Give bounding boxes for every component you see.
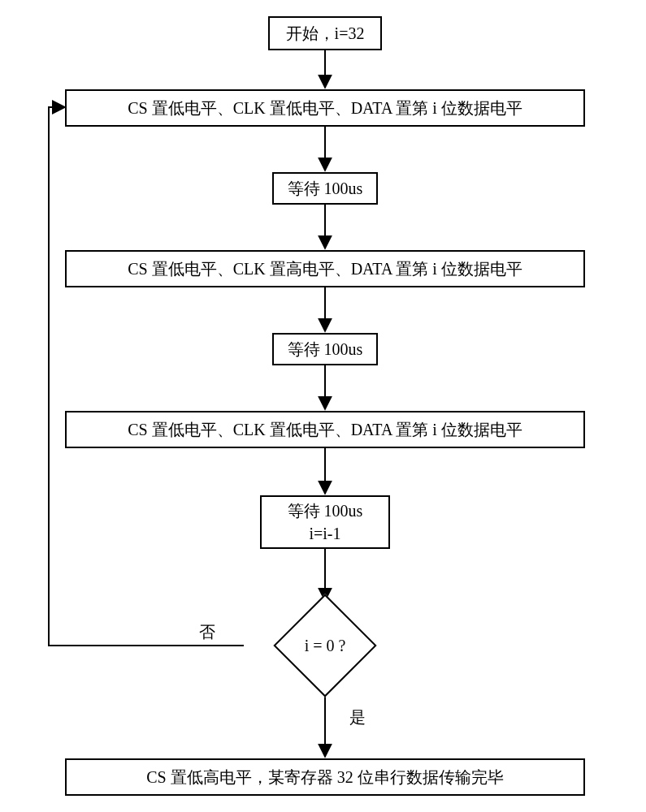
node-end-label: CS 置低高电平，某寄存器 32 位串行数据传输完毕 bbox=[146, 766, 503, 788]
node-start-label: 开始，i=32 bbox=[286, 22, 365, 45]
node-step3: CS 置低电平、CLK 置低电平、DATA 置第 i 位数据电平 bbox=[65, 411, 585, 448]
node-wait1-label: 等待 100us bbox=[288, 177, 363, 200]
node-end: CS 置低高电平，某寄存器 32 位串行数据传输完毕 bbox=[65, 758, 585, 796]
node-wait3-label: 等待 100us i=i-1 bbox=[288, 499, 363, 545]
node-wait3: 等待 100us i=i-1 bbox=[260, 495, 390, 549]
node-step2-label: CS 置低电平、CLK 置高电平、DATA 置第 i 位数据电平 bbox=[128, 257, 522, 280]
node-step1-label: CS 置低电平、CLK 置低电平、DATA 置第 i 位数据电平 bbox=[128, 97, 522, 119]
node-wait2: 等待 100us bbox=[272, 333, 378, 365]
edge-yes-label: 是 bbox=[349, 706, 366, 728]
node-start: 开始，i=32 bbox=[268, 16, 382, 50]
node-decision-label: i = 0 ? bbox=[244, 601, 406, 690]
edge-no-label: 否 bbox=[199, 621, 215, 643]
node-step1: CS 置低电平、CLK 置低电平、DATA 置第 i 位数据电平 bbox=[65, 89, 585, 127]
node-wait1: 等待 100us bbox=[272, 172, 378, 205]
node-step3-label: CS 置低电平、CLK 置低电平、DATA 置第 i 位数据电平 bbox=[128, 418, 522, 441]
node-wait2-label: 等待 100us bbox=[288, 338, 363, 361]
node-step2: CS 置低电平、CLK 置高电平、DATA 置第 i 位数据电平 bbox=[65, 250, 585, 287]
